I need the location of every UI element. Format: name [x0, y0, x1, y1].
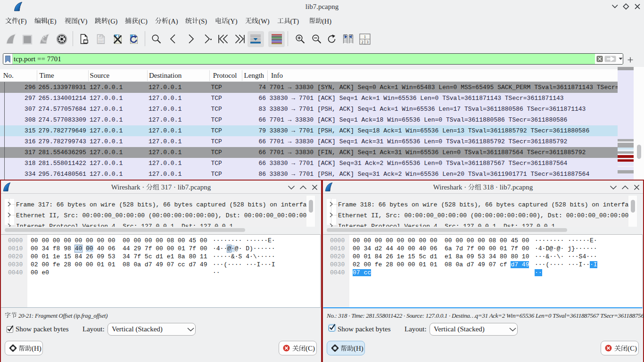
- svg-text:1: 1: [364, 35, 366, 39]
- svg-text:3: 3: [367, 40, 369, 44]
- svg-text:2: 2: [362, 40, 363, 44]
- svg-text:0111: 0111: [99, 41, 104, 44]
